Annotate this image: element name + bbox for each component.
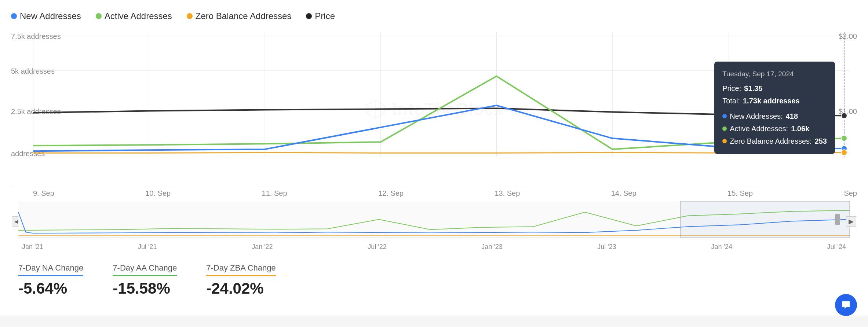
new-addresses-label: New Addresses xyxy=(20,11,81,21)
stat-aa-change: 7-Day AA Change -15.58% xyxy=(113,263,177,297)
x-label-13sep: 13. Sep xyxy=(495,189,520,198)
tooltip-new-dot xyxy=(722,114,727,118)
price-cursor-dot xyxy=(841,113,847,118)
active-addresses-label: Active Addresses xyxy=(105,11,172,21)
main-chart-area: 7.5k addresses 5k addresses 2.5k address… xyxy=(11,32,857,186)
legend-item-new-addresses: New Addresses xyxy=(11,11,81,21)
tooltip-active-value: 1.06k xyxy=(791,122,809,135)
mini-x-jan21: Jan '21 xyxy=(22,243,43,251)
stat-aa-value: -15.58% xyxy=(113,280,177,297)
chart-container: New Addresses Active Addresses Zero Bala… xyxy=(0,0,868,316)
active-cursor-dot xyxy=(841,135,847,141)
x-label-15sep: 15. Sep xyxy=(727,189,753,198)
tooltip-active-dot xyxy=(722,126,727,131)
svg-rect-17 xyxy=(681,201,850,238)
legend-item-zero-balance: Zero Balance Addresses xyxy=(187,11,291,21)
zero-balance-dot xyxy=(187,13,193,19)
stat-na-change: 7-Day NA Change -5.64% xyxy=(18,263,83,297)
x-axis-labels: 9. Sep 10. Sep 11. Sep 12. Sep 13. Sep 1… xyxy=(11,186,857,198)
tooltip-new-label: New Addresses: xyxy=(730,110,783,122)
legend-item-active-addresses: Active Addresses xyxy=(96,11,172,21)
mini-chart-svg xyxy=(18,201,850,238)
zero-balance-label: Zero Balance Addresses xyxy=(196,11,291,21)
tooltip: Tuesday, Sep 17, 2024 Price: $1.35 Total… xyxy=(714,62,835,154)
stat-na-label: 7-Day NA Change xyxy=(18,263,83,273)
stat-na-value: -5.64% xyxy=(18,280,83,297)
mini-x-jul22: Jul '22 xyxy=(368,243,386,251)
svg-rect-18 xyxy=(835,214,840,225)
stat-aa-underline xyxy=(113,275,177,276)
x-label-10sep: 10. Sep xyxy=(145,189,171,198)
tooltip-zero-dot xyxy=(722,139,727,143)
tooltip-zero-label: Zero Balance Addresses: xyxy=(730,135,812,147)
stat-zba-label: 7-Day ZBA Change xyxy=(206,263,276,273)
tooltip-price-row: Price: $1.35 xyxy=(722,82,827,95)
chat-button[interactable] xyxy=(835,294,857,316)
tooltip-zero-value: 253 xyxy=(815,135,827,147)
stat-zba-change: 7-Day ZBA Change -24.02% xyxy=(206,263,276,297)
tooltip-new-value: 418 xyxy=(786,110,798,122)
tooltip-new-row: New Addresses: 418 xyxy=(722,110,827,122)
tooltip-price-value: $1.35 xyxy=(744,82,762,95)
tooltip-total-label: Total: xyxy=(722,95,740,107)
tooltip-active-row: Active Addresses: 1.06k xyxy=(722,122,827,135)
x-label-9sep: 9. Sep xyxy=(33,189,54,198)
x-label-12sep: 12. Sep xyxy=(378,189,404,198)
tooltip-zero-row: Zero Balance Addresses: 253 xyxy=(722,135,827,147)
stat-na-underline xyxy=(18,275,83,276)
mini-x-jul21: Jul '21 xyxy=(138,243,157,251)
mini-x-jan22: Jan '22 xyxy=(252,243,273,251)
legend-item-price: Price xyxy=(306,11,335,21)
mini-x-jul23: Jul '23 xyxy=(597,243,616,251)
active-addresses-dot xyxy=(96,13,102,19)
x-label-14sep: 14. Sep xyxy=(611,189,637,198)
mini-x-jan23: Jan '23 xyxy=(481,243,502,251)
x-label-sep: Sep xyxy=(844,189,857,198)
stat-zba-underline xyxy=(206,275,276,276)
mini-x-labels: Jan '21 Jul '21 Jan '22 Jul '22 Jan '23 … xyxy=(11,242,857,252)
legend: New Addresses Active Addresses Zero Bala… xyxy=(11,7,857,25)
tooltip-total-value: 1.73k addresses xyxy=(743,95,800,107)
stat-zba-value: -24.02% xyxy=(206,280,276,297)
stat-aa-label: 7-Day AA Change xyxy=(113,263,177,273)
x-label-11sep: 11. Sep xyxy=(262,189,287,198)
chat-icon xyxy=(840,300,851,311)
new-addresses-dot xyxy=(11,13,17,19)
tooltip-total-row: Total: 1.73k addresses xyxy=(722,95,827,107)
tooltip-active-label: Active Addresses: xyxy=(730,122,788,135)
zero-cursor-dot xyxy=(841,150,847,155)
tooltip-price-label: Price: xyxy=(722,82,741,95)
price-dot xyxy=(306,13,312,19)
mini-chart-area[interactable] xyxy=(18,201,850,238)
mini-x-jan24: Jan '24 xyxy=(711,243,732,251)
price-label: Price xyxy=(315,11,335,21)
tooltip-series: New Addresses: 418 Active Addresses: 1.0… xyxy=(722,110,827,147)
mini-chart-wrapper: ◀ ▶ xyxy=(11,201,857,242)
mini-x-jul24: Jul '24 xyxy=(827,243,846,251)
tooltip-date: Tuesday, Sep 17, 2024 xyxy=(722,68,827,80)
mini-nav-right[interactable]: ▶ xyxy=(846,216,856,227)
stats-section: 7-Day NA Change -5.64% 7-Day AA Change -… xyxy=(11,252,857,305)
